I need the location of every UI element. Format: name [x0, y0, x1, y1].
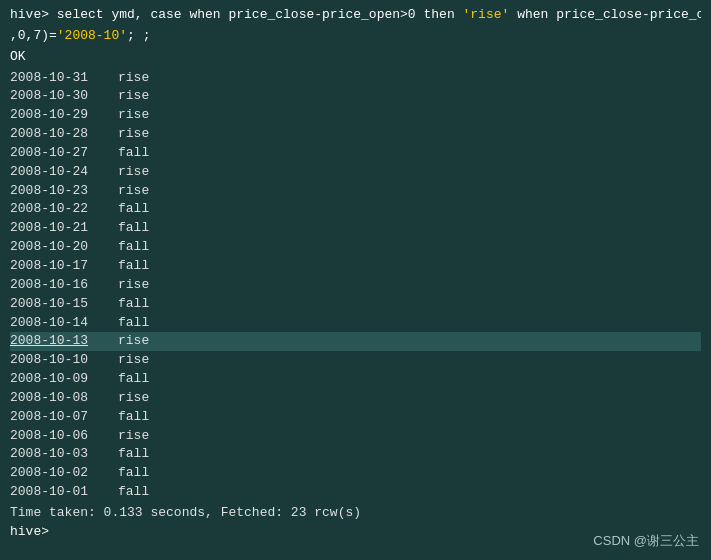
- date-cell: 2008-10-01: [10, 483, 110, 502]
- table-row: 2008-10-02fall: [10, 464, 701, 483]
- value-cell: rise: [110, 69, 149, 88]
- date-cell: 2008-10-16: [10, 276, 110, 295]
- value-cell: fall: [110, 370, 149, 389]
- table-row: 2008-10-20fall: [10, 238, 701, 257]
- date-cell: 2008-10-03: [10, 445, 110, 464]
- value-cell: rise: [110, 276, 149, 295]
- table-row: 2008-10-28rise: [10, 125, 701, 144]
- value-cell: fall: [110, 408, 149, 427]
- table-row: 2008-10-27fall: [10, 144, 701, 163]
- date-cell: 2008-10-29: [10, 106, 110, 125]
- table-row: 2008-10-03fall: [10, 445, 701, 464]
- date-cell: 2008-10-13: [10, 332, 110, 351]
- command-continuation: ,0,7)=: [10, 28, 57, 43]
- value-cell: rise: [110, 389, 149, 408]
- value-cell: fall: [110, 200, 149, 219]
- value-cell: rise: [110, 427, 149, 446]
- table-row: 2008-10-01fall: [10, 483, 701, 502]
- table-row: 2008-10-07fall: [10, 408, 701, 427]
- table-row: 2008-10-22fall: [10, 200, 701, 219]
- date-cell: 2008-10-30: [10, 87, 110, 106]
- date-string: '2008-10': [57, 28, 127, 43]
- table-row: 2008-10-30rise: [10, 87, 701, 106]
- table-row: 2008-10-16rise: [10, 276, 701, 295]
- command-text: select ymd, case when price_close-price_…: [57, 7, 424, 22]
- table-row: 2008-10-13rise: [10, 332, 701, 351]
- value-cell: fall: [110, 238, 149, 257]
- date-cell: 2008-10-28: [10, 125, 110, 144]
- table-row: 2008-10-23rise: [10, 182, 701, 201]
- date-cell: 2008-10-14: [10, 314, 110, 333]
- table-row: 2008-10-08rise: [10, 389, 701, 408]
- command-text-3: when price_close-price_open<0 th: [509, 7, 701, 22]
- table-row: 2008-10-31rise: [10, 69, 701, 88]
- date-cell: 2008-10-23: [10, 182, 110, 201]
- value-cell: rise: [110, 351, 149, 370]
- value-cell: rise: [110, 332, 149, 351]
- command-line-1: hive> select ymd, case when price_close-…: [10, 6, 701, 25]
- date-cell: 2008-10-15: [10, 295, 110, 314]
- value-cell: fall: [110, 483, 149, 502]
- value-cell: fall: [110, 295, 149, 314]
- table-row: 2008-10-09fall: [10, 370, 701, 389]
- prompt-hive: hive>: [10, 7, 57, 22]
- date-cell: 2008-10-24: [10, 163, 110, 182]
- date-cell: 2008-10-02: [10, 464, 110, 483]
- value-cell: fall: [110, 219, 149, 238]
- table-row: 2008-10-10rise: [10, 351, 701, 370]
- data-rows-container: 2008-10-31rise2008-10-30rise2008-10-29ri…: [10, 69, 701, 502]
- date-cell: 2008-10-07: [10, 408, 110, 427]
- value-cell: rise: [110, 163, 149, 182]
- value-cell: rise: [110, 87, 149, 106]
- date-cell: 2008-10-20: [10, 238, 110, 257]
- table-row: 2008-10-14fall: [10, 314, 701, 333]
- rise-string: 'rise': [463, 7, 510, 22]
- value-cell: fall: [110, 257, 149, 276]
- terminal-window: hive> select ymd, case when price_close-…: [0, 0, 711, 560]
- ok-status: OK: [10, 48, 701, 67]
- date-cell: 2008-10-21: [10, 219, 110, 238]
- command-text-2: [455, 7, 463, 22]
- watermark: CSDN @谢三公主: [593, 532, 699, 550]
- table-row: 2008-10-29rise: [10, 106, 701, 125]
- value-cell: rise: [110, 106, 149, 125]
- value-cell: rise: [110, 182, 149, 201]
- table-row: 2008-10-21fall: [10, 219, 701, 238]
- value-cell: fall: [110, 445, 149, 464]
- date-cell: 2008-10-22: [10, 200, 110, 219]
- table-row: 2008-10-06rise: [10, 427, 701, 446]
- date-cell: 2008-10-27: [10, 144, 110, 163]
- date-cell: 2008-10-08: [10, 389, 110, 408]
- date-cell: 2008-10-06: [10, 427, 110, 446]
- date-cell: 2008-10-09: [10, 370, 110, 389]
- date-cell: 2008-10-10: [10, 351, 110, 370]
- table-row: 2008-10-17fall: [10, 257, 701, 276]
- command-line-2: ,0,7)='2008-10'; ;: [10, 27, 701, 46]
- value-cell: fall: [110, 464, 149, 483]
- value-cell: fall: [110, 144, 149, 163]
- date-cell: 2008-10-17: [10, 257, 110, 276]
- command-end: ; ;: [127, 28, 150, 43]
- date-cell: 2008-10-31: [10, 69, 110, 88]
- value-cell: fall: [110, 314, 149, 333]
- table-row: 2008-10-24rise: [10, 163, 701, 182]
- then-keyword: then: [423, 7, 454, 22]
- table-row: 2008-10-15fall: [10, 295, 701, 314]
- footer-time: Time taken: 0.133 seconds, Fetched: 23 r…: [10, 504, 701, 523]
- value-cell: rise: [110, 125, 149, 144]
